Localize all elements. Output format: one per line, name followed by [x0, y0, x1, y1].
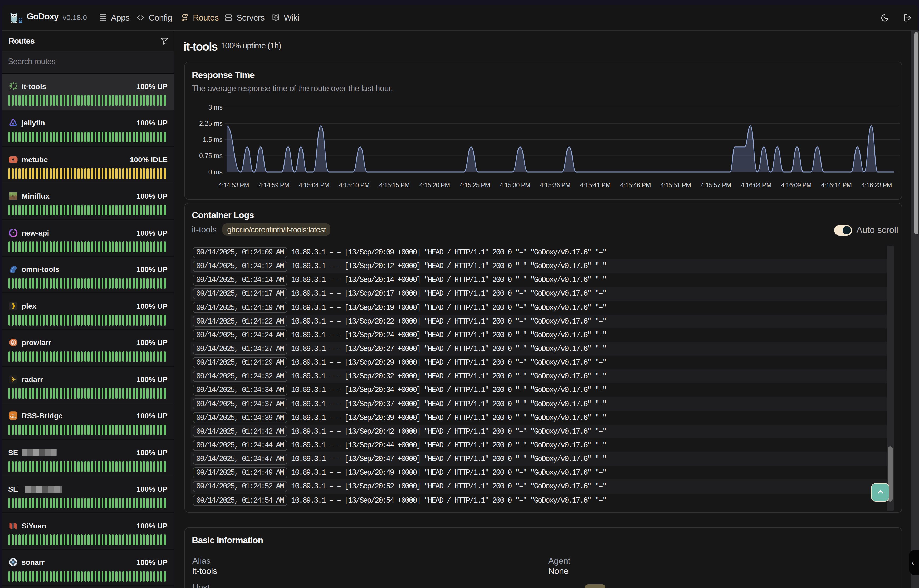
svg-text:2.25 ms: 2.25 ms — [199, 120, 223, 127]
svg-text:4:14:53 PM: 4:14:53 PM — [218, 181, 249, 189]
svg-text:4:14:59 PM: 4:14:59 PM — [259, 181, 289, 189]
svg-text:0 ms: 0 ms — [208, 168, 223, 176]
svg-text:4:15:36 PM: 4:15:36 PM — [540, 181, 570, 189]
svg-text:4:15:10 PM: 4:15:10 PM — [339, 181, 370, 189]
svg-text:Bridge: Bridge — [10, 416, 16, 418]
svg-text:4:15:25 PM: 4:15:25 PM — [460, 181, 490, 189]
svg-text:4:15:51 PM: 4:15:51 PM — [661, 181, 691, 189]
svg-text:4:15:46 PM: 4:15:46 PM — [620, 181, 651, 189]
svg-text:4:15:41 PM: 4:15:41 PM — [580, 181, 611, 189]
svg-text:4:16:04 PM: 4:16:04 PM — [741, 181, 772, 189]
svg-text:4:16:14 PM: 4:16:14 PM — [821, 181, 852, 189]
svg-text:4:15:20 PM: 4:15:20 PM — [420, 181, 450, 189]
svg-text:0.75 ms: 0.75 ms — [199, 152, 223, 159]
svg-text:4:15:04 PM: 4:15:04 PM — [299, 181, 329, 189]
svg-text:4:15:15 PM: 4:15:15 PM — [379, 181, 410, 189]
svg-text:rss: rss — [11, 414, 15, 416]
svg-text:1.5 ms: 1.5 ms — [203, 136, 223, 143]
svg-text:3 ms: 3 ms — [208, 103, 223, 111]
svg-text:4:16:09 PM: 4:16:09 PM — [781, 181, 811, 189]
svg-text:4:15:57 PM: 4:15:57 PM — [701, 181, 731, 189]
svg-text:4:16:23 PM: 4:16:23 PM — [861, 181, 892, 189]
svg-text:4:15:30 PM: 4:15:30 PM — [500, 181, 530, 189]
